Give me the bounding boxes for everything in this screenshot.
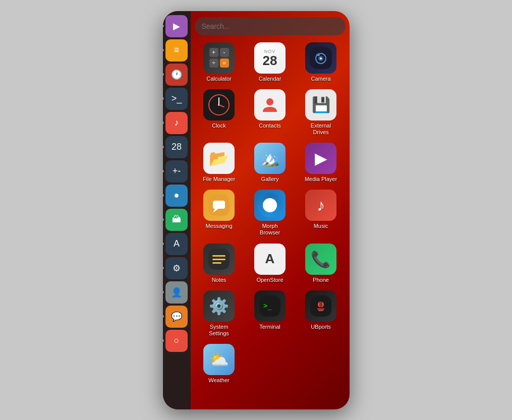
app-item-camera[interactable]: Camera: [297, 40, 346, 84]
sidebar-dot: [163, 146, 164, 148]
sidebar-dot: [163, 49, 164, 51]
sidebar-dot: [163, 170, 164, 172]
svg-rect-12: [213, 201, 225, 209]
app-icon-terminal: >_: [254, 290, 286, 322]
app-label-camera: Camera: [311, 76, 330, 82]
app-label-media-player: Media Player: [305, 176, 337, 183]
sidebar-item-music[interactable]: ♪: [165, 112, 188, 134]
svg-text:A: A: [265, 251, 275, 266]
app-label-calculator: Calculator: [206, 76, 232, 82]
svg-text:>_: >_: [263, 302, 272, 310]
app-item-media-player[interactable]: ▶Media Player: [297, 141, 346, 185]
sidebar-dot: [163, 291, 164, 293]
app-item-phone[interactable]: 📞Phone: [297, 242, 346, 285]
svg-line-8: [219, 105, 224, 107]
app-item-calculator[interactable]: + - ÷ = Calculator: [195, 40, 244, 84]
sidebar-icon-messaging: 💬: [171, 311, 182, 322]
sidebar-item-landscape[interactable]: 🏔: [165, 209, 188, 231]
sidebar-icon-clock: 🕐: [171, 69, 182, 80]
app-item-file-manager[interactable]: 📂File Manager: [195, 141, 244, 185]
svg-point-3: [320, 57, 322, 59]
search-bar[interactable]: [195, 17, 346, 35]
sidebar-item-ubuntu[interactable]: ○: [165, 330, 188, 352]
sidebar-item-clock[interactable]: 🕐: [165, 64, 188, 86]
app-icon-phone: 📞: [305, 244, 336, 275]
sidebar-item-calendar[interactable]: 28: [165, 136, 188, 158]
sidebar-dot: [163, 73, 164, 76]
app-label-contacts: Contacts: [259, 123, 280, 129]
sidebar-icon-settings: ⚙: [173, 263, 181, 274]
svg-rect-26: [318, 310, 323, 311]
app-icon-weather: ⛅: [203, 344, 235, 375]
sidebar-dot: [163, 218, 164, 221]
svg-rect-16: [212, 259, 225, 260]
app-item-terminal[interactable]: >_ Terminal: [246, 288, 295, 339]
app-label-ubports: UBports: [311, 324, 331, 330]
app-item-system-settings[interactable]: ⚙️System Settings: [195, 288, 244, 339]
sidebar-dot: [163, 25, 164, 27]
sidebar-item-contacts[interactable]: 👤: [165, 281, 188, 304]
sidebar-item-morph[interactable]: ●: [165, 185, 188, 207]
app-icon-media-player: ▶: [305, 143, 336, 174]
app-label-music: Music: [314, 223, 328, 229]
app-icon-clock: [203, 89, 235, 121]
sidebar-dot: [163, 315, 164, 318]
app-item-ubports[interactable]: UBports: [297, 288, 346, 339]
app-item-openstore[interactable]: A OpenStore: [246, 242, 295, 285]
sidebar-icon-ubuntu: ○: [174, 335, 180, 346]
sidebar-icon-morph: ●: [174, 190, 180, 201]
app-icon-ubports: [305, 290, 336, 322]
app-icon-morph-browser: [254, 190, 286, 221]
sidebar-icon-contacts: 👤: [171, 287, 182, 298]
sidebar-dot: [163, 122, 164, 124]
sidebar-item-video[interactable]: ▶: [165, 15, 188, 37]
app-label-gallery: Gallery: [261, 176, 279, 183]
sidebar-icon-terminal: >_: [172, 93, 182, 104]
app-icon-messaging: [203, 190, 235, 221]
app-label-weather: Weather: [208, 377, 229, 384]
app-item-contacts[interactable]: Contacts: [246, 87, 295, 138]
app-icon-file-manager: 📂: [203, 143, 235, 174]
sidebar-icon-music: ♪: [175, 117, 179, 128]
sidebar-item-openstore[interactable]: A: [165, 233, 188, 255]
sidebar-dot: [163, 97, 164, 100]
sidebar-icon-calc: +-: [173, 166, 181, 176]
svg-rect-17: [212, 262, 221, 264]
app-item-morph-browser[interactable]: Morph Browser: [246, 188, 295, 238]
app-area: + - ÷ = Calculator NOV 28 Calendar Camer…: [191, 11, 350, 409]
app-label-calendar: Calendar: [259, 76, 281, 82]
app-label-file-manager: File Manager: [203, 176, 235, 183]
app-item-external-drives[interactable]: 💾External Drives: [297, 87, 346, 138]
sidebar-icon-notes: ≡: [174, 45, 180, 55]
app-item-music[interactable]: ♪Music: [297, 188, 346, 238]
svg-rect-4: [316, 54, 320, 56]
sidebar-icon-openstore: A: [174, 238, 180, 249]
sidebar-dot: [163, 267, 164, 269]
sidebar-item-notes[interactable]: ≡: [165, 39, 188, 62]
app-label-notes: Notes: [212, 277, 226, 283]
app-item-clock[interactable]: Clock: [195, 87, 244, 138]
app-icon-calculator: + - ÷ =: [203, 42, 235, 74]
app-item-messaging[interactable]: Messaging: [195, 188, 244, 238]
sidebar-item-settings[interactable]: ⚙: [165, 257, 188, 279]
app-item-gallery[interactable]: 🏔️Gallery: [246, 141, 295, 185]
app-icon-external-drives: 💾: [305, 89, 336, 121]
sidebar: ▶≡🕐>_♪28+-●🏔A⚙👤💬○: [163, 11, 191, 409]
app-item-notes[interactable]: Notes: [195, 242, 244, 285]
app-label-terminal: Terminal: [259, 324, 280, 330]
phone-frame: ▶≡🕐>_♪28+-●🏔A⚙👤💬○ + - ÷ = Calculator NOV…: [163, 11, 350, 409]
sidebar-item-calc[interactable]: +-: [165, 160, 188, 183]
svg-point-10: [266, 98, 273, 105]
app-item-weather[interactable]: ⛅Weather: [195, 342, 244, 386]
sidebar-dot: [163, 243, 164, 245]
search-input[interactable]: [202, 22, 338, 30]
sidebar-dot: [163, 194, 164, 197]
sidebar-icon-landscape: 🏔: [172, 214, 181, 225]
app-label-morph-browser: Morph Browser: [260, 223, 280, 236]
app-icon-openstore: A: [254, 244, 286, 275]
app-item-calendar[interactable]: NOV 28 Calendar: [246, 40, 295, 84]
app-icon-music: ♪: [305, 190, 336, 221]
sidebar-item-terminal[interactable]: >_: [165, 88, 188, 110]
svg-rect-15: [212, 255, 225, 257]
sidebar-item-messaging[interactable]: 💬: [165, 306, 188, 328]
